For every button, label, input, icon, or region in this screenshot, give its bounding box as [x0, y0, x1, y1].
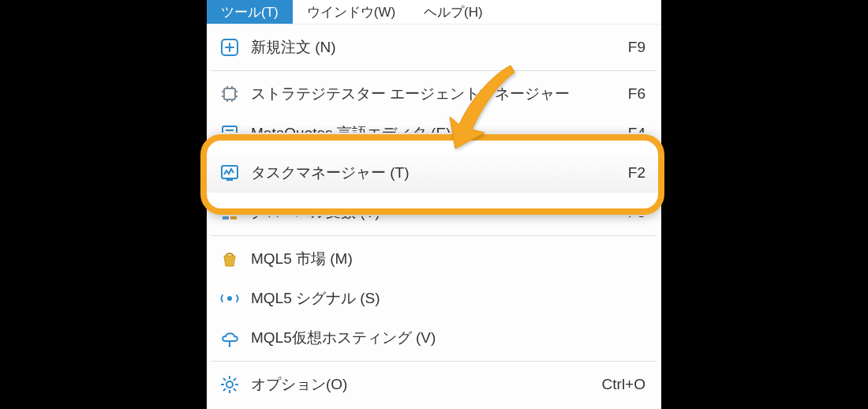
svg-rect-10: [230, 213, 237, 220]
svg-rect-1: [224, 88, 235, 99]
menu-separator: [211, 70, 657, 71]
menu-item-mql5-signals[interactable]: MQL5 シグナル (S): [207, 279, 661, 318]
menu-item-options[interactable]: オプション(O) Ctrl+O: [207, 365, 661, 404]
menubar-help-label: ヘルプ(H): [424, 3, 483, 21]
new-order-icon: [218, 36, 241, 59]
menu-item-label: タスクマネージャー (T): [251, 163, 628, 183]
menu-item-shortcut: F6: [628, 85, 645, 103]
menu-item-label: グローバル変数 (V): [251, 202, 628, 223]
bag-icon: [218, 247, 241, 271]
task-manager-icon: [218, 161, 241, 185]
cloud-icon: [218, 326, 241, 350]
menu-item-shortcut: F3: [628, 204, 645, 221]
menu-separator: [211, 235, 657, 236]
menu-item-strategy-tester[interactable]: ストラテジテスター エージェントマネージャー F6: [207, 74, 661, 114]
svg-rect-3: [226, 129, 234, 131]
menu-item-mql5-hosting[interactable]: MQL5仮想ホスティング (V): [207, 318, 661, 358]
menubar-window-label: ウインドウ(W): [307, 3, 395, 21]
svg-line-22: [234, 378, 236, 381]
svg-line-19: [223, 378, 226, 381]
menu-item-shortcut: F4: [628, 125, 645, 142]
menu-item-shortcut: F9: [628, 39, 645, 56]
svg-rect-7: [223, 205, 229, 212]
cpu-icon: [218, 82, 241, 106]
gear-icon: [218, 373, 241, 396]
svg-rect-8: [230, 205, 237, 212]
tools-dropdown: 新規注文 (N) F9 ストラテジテスター エージェントマネージャー F6: [207, 24, 661, 404]
svg-point-11: [227, 296, 232, 301]
menu-separator: [211, 361, 657, 362]
svg-point-14: [226, 381, 233, 388]
menu-item-global-vars[interactable]: グローバル変数 (V) F3: [207, 193, 661, 232]
globals-icon: [218, 201, 241, 224]
menu-item-mql5-market[interactable]: MQL5 市場 (M): [207, 239, 661, 279]
menu-item-label: オプション(O): [251, 374, 602, 395]
svg-rect-4: [226, 133, 234, 134]
menubar: ツール(T) ウインドウ(W) ヘルプ(H): [207, 0, 661, 24]
menubar-window[interactable]: ウインドウ(W): [293, 0, 410, 24]
menu-item-label: MQL5 シグナル (S): [251, 288, 645, 309]
menu-item-shortcut: F2: [628, 164, 645, 182]
app-panel: ツール(T) ウインドウ(W) ヘルプ(H) 新規注文 (N) F9: [207, 0, 661, 409]
svg-line-20: [234, 388, 236, 391]
svg-rect-9: [223, 213, 229, 220]
menubar-help[interactable]: ヘルプ(H): [410, 0, 497, 24]
menubar-tools-label: ツール(T): [221, 3, 279, 21]
menu-item-task-manager[interactable]: タスクマネージャー (T) F2: [207, 153, 661, 193]
menu-item-label: MQL5 市場 (M): [251, 249, 645, 269]
menu-item-new-order[interactable]: 新規注文 (N) F9: [207, 28, 661, 67]
menubar-tools[interactable]: ツール(T): [207, 0, 293, 24]
signal-icon: [218, 287, 241, 310]
svg-rect-6: [226, 179, 233, 181]
menu-item-label: ストラテジテスター エージェントマネージャー: [251, 84, 628, 104]
svg-line-21: [223, 388, 226, 391]
editor-icon: [218, 122, 241, 145]
menu-item-label: MetaQuotes 言語エディタ (E): [251, 123, 628, 144]
menu-item-label: MQL5仮想ホスティング (V): [251, 328, 645, 348]
menu-item-label: 新規注文 (N): [251, 37, 628, 58]
menu-item-shortcut: Ctrl+O: [602, 376, 645, 393]
menu-item-meta-editor[interactable]: MetaQuotes 言語エディタ (E) F4: [207, 114, 661, 153]
svg-point-13: [229, 345, 231, 347]
